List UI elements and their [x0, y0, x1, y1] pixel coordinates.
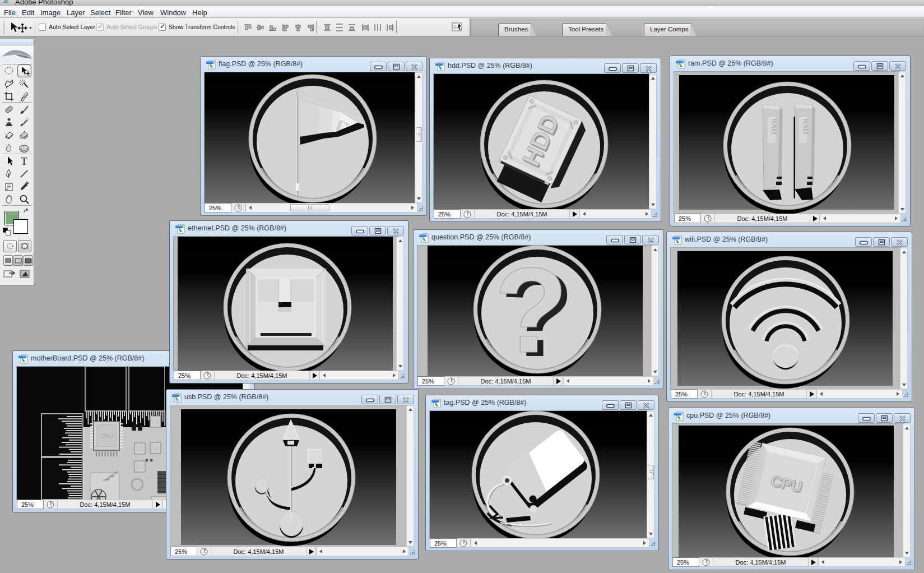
svg-text:RAM: RAM: [801, 118, 810, 135]
svg-text:?: ?: [494, 246, 568, 376]
svg-text:T: T: [21, 156, 27, 167]
svg-text:RAM: RAM: [770, 118, 778, 135]
svg-text:L3: L3: [152, 445, 159, 451]
svg-text:L1: L1: [137, 446, 143, 452]
svg-text:CPU: CPU: [100, 433, 113, 440]
svg-text:L2: L2: [137, 464, 143, 470]
svg-text:L4: L4: [152, 419, 159, 425]
